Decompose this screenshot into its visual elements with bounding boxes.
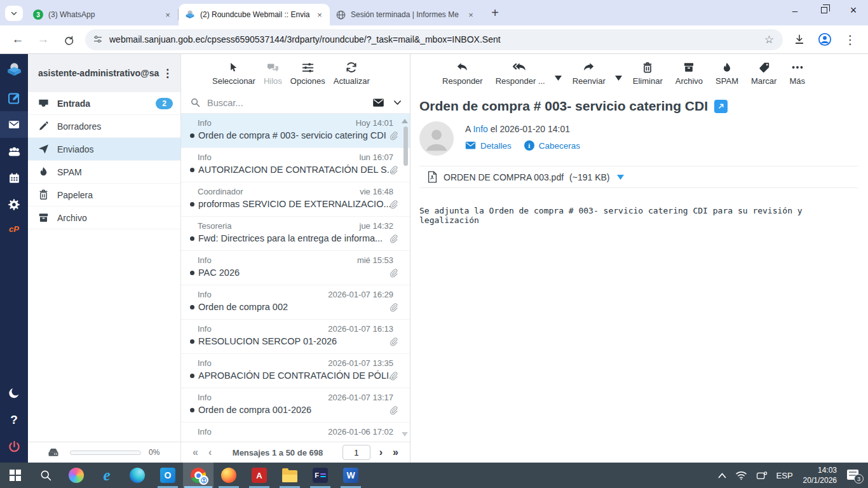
restore-button[interactable] — [810, 0, 839, 20]
taskbar-ie-button[interactable]: e — [92, 463, 122, 488]
profile-button[interactable] — [815, 29, 835, 50]
spam-button[interactable]: SPAM — [714, 60, 740, 86]
language-indicator[interactable]: ESP — [772, 463, 797, 488]
message-list-item[interactable]: Tesoreria jue 14:32 Fwd: Directrices par… — [181, 217, 410, 251]
search-scope-envelope-icon[interactable] — [372, 96, 385, 109]
wifi-status[interactable] — [731, 463, 752, 488]
compose-button[interactable] — [0, 85, 28, 111]
envelope-icon — [465, 141, 476, 150]
details-toggle[interactable]: Detalles — [465, 141, 512, 151]
close-tab-icon[interactable]: × — [315, 10, 325, 20]
reply-all-dropdown-icon[interactable] — [555, 76, 562, 81]
headers-toggle[interactable]: i Cabeceras — [524, 140, 580, 151]
next-page-button[interactable]: › — [374, 447, 388, 458]
reply-all-button[interactable]: Responder ... — [494, 60, 547, 86]
open-in-new-window-button[interactable] — [714, 100, 728, 113]
refresh-button[interactable] — [58, 29, 79, 50]
folder-archivo[interactable]: Archivo — [28, 207, 180, 229]
address-bar[interactable]: webmail.sanjuan.gob.ec/cpsess6590537144/… — [85, 29, 783, 50]
tray-overflow-button[interactable] — [714, 463, 731, 488]
taskbar-acrobat-button[interactable]: A — [244, 463, 275, 488]
rail-contacts-button[interactable] — [0, 138, 28, 165]
taskbar-firefox-button[interactable] — [214, 463, 244, 488]
page-number-input[interactable] — [342, 445, 370, 460]
cpanel-button[interactable]: cP — [0, 218, 28, 240]
forward-button[interactable]: → — [33, 29, 53, 50]
mark-button[interactable]: Marcar — [749, 60, 778, 86]
taskbar-word-button[interactable]: W — [336, 463, 366, 488]
new-tab-button[interactable]: + — [487, 5, 503, 20]
more-button[interactable]: Más — [787, 60, 807, 86]
archive-button[interactable]: Archivo — [674, 60, 705, 86]
scrollbar-thumb[interactable] — [403, 126, 408, 166]
help-button[interactable]: ? — [0, 407, 28, 433]
taskbar-edge-button[interactable] — [122, 463, 153, 488]
scroll-down-icon[interactable] — [402, 432, 408, 437]
downloads-button[interactable] — [789, 29, 810, 50]
message-list-item[interactable]: Info 2026-01-06 17:02 — [181, 423, 410, 442]
tab-whatsapp[interactable]: 3 (3) WhatsApp × — [27, 4, 178, 25]
folder-papelera[interactable]: Papelera — [28, 184, 180, 207]
message-list-item[interactable]: Info 2026-01-07 16:13 RESOLUCION SERCOP … — [181, 320, 410, 354]
inbox-icon — [37, 97, 50, 109]
taskbar-explorer-button[interactable] — [275, 463, 305, 488]
forward-dropdown-icon[interactable] — [615, 76, 622, 81]
bookmark-star-icon[interactable]: ☆ — [762, 33, 776, 46]
rail-calendar-button[interactable] — [0, 165, 28, 191]
select-button[interactable]: Seleccionar — [210, 60, 257, 86]
taskbar-copilot-button[interactable] — [61, 463, 92, 488]
message-list-item[interactable]: Info lun 16:07 AUTORIZACION DE CONTRATAC… — [181, 148, 410, 182]
scroll-up-icon[interactable] — [402, 119, 408, 123]
back-button[interactable]: ← — [8, 29, 28, 50]
close-tab-icon[interactable]: × — [466, 10, 476, 20]
tab-roundcube-active[interactable]: (2) Roundcube Webmail :: Envia × — [179, 4, 330, 25]
folder-options-menu[interactable]: ⋮ — [159, 67, 175, 80]
delete-button[interactable]: Eliminar — [631, 60, 665, 86]
logout-button[interactable] — [0, 433, 28, 460]
tab-search-button[interactable] — [5, 6, 23, 21]
dark-mode-button[interactable] — [0, 380, 28, 407]
taskbar-chrome-button[interactable] — [183, 463, 214, 488]
threads-button[interactable]: Hilos — [262, 60, 284, 86]
message-list-item[interactable]: Coordinador vie 16:48 proformas SERVICIO… — [181, 182, 410, 217]
browser-menu-button[interactable]: ⋮ — [840, 29, 860, 50]
rail-mail-button[interactable] — [0, 111, 28, 138]
tab-sesion-terminada[interactable]: Sesión terminada | Informes Me × — [330, 4, 481, 25]
message-list-item[interactable]: Info 2026-01-07 13:17 Orden de compra 00… — [181, 388, 410, 423]
folder-spam[interactable]: SPAM — [28, 161, 180, 184]
globe-favicon — [336, 10, 346, 20]
notification-center-button[interactable]: 3 — [843, 463, 864, 488]
refresh-list-button[interactable]: Actualizar — [332, 60, 372, 86]
roundcube-logo[interactable] — [0, 54, 28, 85]
message-list-item[interactable]: Info 2026-01-07 13:35 APROBACIÓN DE CONT… — [181, 354, 410, 388]
taskbar-search-button[interactable] — [31, 463, 61, 488]
folder-entrada[interactable]: Entrada 2 — [28, 92, 180, 115]
search-options-chevron-icon[interactable] — [393, 98, 402, 107]
start-button[interactable] — [0, 463, 31, 488]
clock[interactable]: 14:03 20/1/2026 — [797, 465, 843, 485]
taskbar-outlook-button[interactable]: O — [153, 463, 183, 488]
rail-settings-button[interactable] — [0, 191, 28, 218]
close-tab-icon[interactable]: × — [163, 10, 173, 20]
prev-page-button[interactable]: ‹ — [203, 447, 217, 458]
meet-now-button[interactable] — [752, 463, 772, 488]
search-input[interactable] — [207, 98, 372, 108]
last-page-button[interactable]: » — [388, 447, 403, 458]
attachment-row[interactable]: ORDEN DE COMPRA 003.pdf (~191 KB) — [419, 166, 858, 188]
first-page-button[interactable]: « — [187, 447, 203, 458]
message-list-item[interactable]: Info Hoy 14:01 Orden de compra # 003- se… — [181, 114, 410, 148]
close-window-button[interactable]: × — [839, 0, 868, 20]
site-settings-icon[interactable] — [93, 34, 103, 44]
taskbar-ftool-button[interactable]: F — [305, 463, 336, 488]
folder-borradores[interactable]: Borradores — [28, 115, 180, 138]
reply-button[interactable]: Responder — [440, 60, 485, 86]
options-button[interactable]: Opciones — [288, 60, 327, 86]
attachment-menu-icon[interactable] — [617, 175, 624, 180]
folder-enviados[interactable]: Enviados — [28, 138, 180, 161]
forward-button[interactable]: Reenviar — [571, 60, 607, 86]
recipient-link[interactable]: Info — [473, 124, 487, 134]
minimize-button[interactable]: – — [780, 0, 810, 20]
message-list-item[interactable]: Info mié 15:53 PAC 2026 — [181, 251, 410, 285]
folders-panel: asistente-administrativo@sa... ⋮ Entrada… — [28, 54, 181, 463]
message-list-item[interactable]: Info 2026-01-07 16:29 Orden de compra 00… — [181, 285, 410, 320]
